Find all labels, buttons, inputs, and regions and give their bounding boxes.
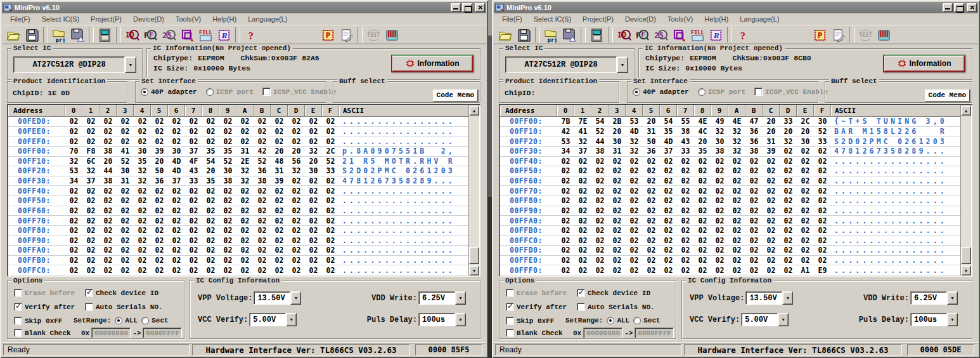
tab-code-memo[interactable]: Code Memo — [925, 90, 970, 102]
byte-cell[interactable]: 36 — [254, 166, 271, 176]
byte-cell[interactable]: 02 — [134, 117, 151, 127]
byte-cell[interactable]: 02 — [660, 176, 677, 187]
byte-cell[interactable]: 38 — [591, 147, 609, 157]
byte-cell[interactable]: 02 — [557, 186, 574, 196]
minimize-button[interactable] — [451, 3, 461, 12]
byte-cell[interactable]: 32 — [728, 136, 745, 147]
byte-cell[interactable]: 30 — [219, 166, 236, 176]
byte-cell[interactable]: 20 — [271, 147, 288, 157]
byte-cell[interactable]: 02 — [728, 246, 745, 256]
ascii-cell[interactable]: ................ — [831, 186, 960, 196]
byte-cell[interactable]: 02 — [711, 246, 728, 256]
byte-cell[interactable]: 02 — [82, 256, 100, 266]
byte-cell[interactable]: 02 — [254, 196, 271, 206]
byte-cell[interactable]: 02 — [574, 176, 591, 187]
scrollbar-thumb[interactable] — [961, 247, 971, 264]
open-file-icon[interactable] — [496, 27, 515, 43]
dropdown-arrow-icon[interactable] — [455, 313, 466, 326]
help-icon[interactable]: ? — [734, 27, 752, 43]
byte-cell[interactable]: 02 — [65, 226, 82, 236]
byte-cell[interactable]: 02 — [711, 166, 728, 176]
vdd-write-select[interactable]: 6.25V — [418, 291, 466, 305]
byte-cell[interactable]: 02 — [814, 246, 831, 256]
byte-cell[interactable]: 02 — [677, 256, 694, 266]
byte-cell[interactable]: 02 — [117, 127, 134, 137]
byte-cell[interactable]: 02 — [728, 176, 745, 187]
byte-cell[interactable]: 02 — [660, 246, 677, 256]
byte-cell[interactable]: 02 — [185, 127, 202, 137]
byte-cell[interactable]: 38 — [254, 176, 271, 187]
byte-cell[interactable]: 02 — [236, 127, 254, 137]
byte-cell[interactable]: 02 — [219, 117, 236, 127]
vdd-write-value[interactable]: 6.25V — [418, 291, 455, 305]
byte-cell[interactable]: 32 — [626, 136, 643, 147]
byte-cell[interactable]: 02 — [65, 196, 82, 206]
byte-cell[interactable]: 02 — [219, 236, 236, 246]
byte-cell[interactable]: 02 — [134, 196, 151, 206]
scroll-up-button[interactable] — [961, 105, 971, 116]
checkbox-auto-serials[interactable]: Auto Serials NO. — [577, 303, 655, 311]
byte-cell[interactable]: 32 — [82, 166, 100, 176]
byte-cell[interactable]: 02 — [82, 136, 100, 147]
byte-cell[interactable]: 53 — [65, 166, 82, 176]
vdd-write-value[interactable]: 6.25V — [910, 291, 947, 305]
select-chip-icon[interactable] — [178, 27, 197, 43]
byte-cell[interactable]: 02 — [219, 206, 236, 216]
byte-cell[interactable]: 02 — [82, 206, 100, 216]
byte-cell[interactable]: 02 — [322, 265, 339, 275]
dropdown-arrow-icon[interactable] — [947, 291, 958, 305]
ascii-cell[interactable]: ................ — [831, 176, 960, 187]
byte-cell[interactable]: 02 — [202, 236, 219, 246]
menu-item[interactable]: Project(P) — [85, 14, 127, 24]
byte-cell[interactable]: 53 — [557, 136, 574, 147]
byte-cell[interactable]: 02 — [288, 246, 305, 256]
byte-cell[interactable]: 02 — [745, 246, 763, 256]
byte-cell[interactable]: 02 — [814, 176, 831, 187]
byte-cell[interactable]: 02 — [100, 265, 117, 275]
byte-cell[interactable]: 02 — [236, 256, 254, 266]
search-25-icon[interactable]: 25 — [652, 27, 670, 43]
byte-cell[interactable]: 2C — [322, 147, 339, 157]
byte-cell[interactable]: 38 — [219, 176, 236, 187]
byte-cell[interactable]: 02 — [168, 226, 185, 236]
byte-cell[interactable]: 02 — [763, 216, 780, 226]
byte-cell[interactable]: 02 — [168, 216, 185, 226]
byte-cell[interactable]: 38 — [677, 127, 694, 137]
byte-cell[interactable]: 02 — [763, 157, 780, 167]
byte-cell[interactable]: 20 — [151, 157, 168, 167]
puls-delay-value[interactable]: 100us — [910, 313, 947, 326]
byte-cell[interactable]: 02 — [609, 236, 626, 246]
byte-cell[interactable]: 02 — [271, 226, 288, 236]
menu-item[interactable]: Tools(V) — [170, 14, 207, 24]
byte-cell[interactable]: 33 — [322, 166, 339, 176]
byte-cell[interactable]: 02 — [185, 265, 202, 275]
byte-cell[interactable]: 02 — [609, 246, 626, 256]
byte-cell[interactable]: 30 — [168, 147, 185, 157]
byte-cell[interactable]: 02 — [305, 117, 322, 127]
byte-cell[interactable]: 02 — [65, 206, 82, 216]
byte-cell[interactable]: 02 — [288, 256, 305, 266]
byte-cell[interactable]: 02 — [626, 226, 643, 236]
byte-cell[interactable]: 02 — [82, 246, 100, 256]
byte-cell[interactable]: 50 — [643, 136, 660, 147]
ic-select-value[interactable]: AT27C512R @DIP28 — [505, 56, 617, 73]
byte-cell[interactable]: 31 — [271, 166, 288, 176]
menu-item[interactable]: File(F) — [4, 14, 36, 24]
open-file-icon[interactable] — [4, 27, 23, 43]
byte-cell[interactable]: 02 — [677, 196, 694, 206]
byte-cell[interactable]: 32 — [65, 157, 82, 167]
byte-cell[interactable]: 02 — [711, 186, 728, 196]
byte-cell[interactable]: 4F — [185, 157, 202, 167]
byte-cell[interactable]: 02 — [797, 226, 814, 236]
dropdown-arrow-icon[interactable] — [290, 291, 301, 305]
byte-cell[interactable]: 02 — [117, 236, 134, 246]
puls-delay-value[interactable]: 100us — [418, 313, 455, 326]
byte-cell[interactable]: 02 — [814, 226, 831, 236]
vertical-scrollbar[interactable] — [468, 105, 479, 275]
byte-cell[interactable]: 37 — [168, 176, 185, 187]
byte-cell[interactable]: 02 — [763, 265, 780, 275]
menu-item[interactable]: Select IC(S) — [528, 14, 577, 24]
checkbox-auto-serials[interactable]: Auto Serials NO. — [85, 303, 163, 311]
byte-cell[interactable]: 02 — [574, 166, 591, 176]
byte-cell[interactable]: 02 — [168, 136, 185, 147]
